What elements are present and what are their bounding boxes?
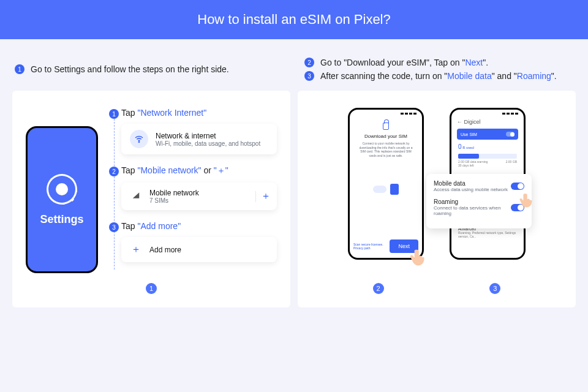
- download-sim-title: Download your SIM: [356, 134, 415, 139]
- popup-mobile-data-row[interactable]: Mobile data Access data using mobile net…: [434, 180, 524, 192]
- data-usage-bar: [458, 154, 517, 159]
- highlight-mobile-data: Mobile data: [447, 71, 491, 81]
- status-bar: [353, 113, 419, 116]
- card-title: Network & internet: [156, 132, 260, 140]
- download-footer-links[interactable]: Scan secure licenses. Privacy path: [353, 243, 390, 250]
- card-network-internet[interactable]: Network & internet Wi-Fi, mobile, data u…: [121, 124, 277, 154]
- page-title: How to install an eSIM on Pixel?: [197, 12, 391, 28]
- mobile-data-roaming-popup: Mobile data Access data using mobile net…: [426, 174, 532, 228]
- card-title: Add more: [149, 246, 181, 254]
- advanced-sub: Roaming, Preferred network type, Setting…: [458, 231, 517, 238]
- intro-step-1-text: Go to Settings and follow the steps on t…: [31, 64, 229, 74]
- step-number-badge: 1: [15, 64, 24, 74]
- intro-step-3: 3 After scanning the code, turn on "Mobi…: [304, 71, 576, 81]
- popup-roaming-row[interactable]: Roaming Connect to data services when ro…: [434, 198, 524, 216]
- step-text: Tap "Mobile network" or "＋": [121, 165, 228, 176]
- data-used-label: B used: [462, 146, 474, 149]
- step-number-badge: 2: [109, 167, 119, 176]
- txt: ".: [551, 71, 557, 81]
- intro-section: 1 Go to Settings and follow the steps on…: [0, 39, 588, 91]
- data-cap-text: 2.00 GB: [506, 160, 517, 164]
- lock-icon: [383, 123, 389, 130]
- card-subtitle: Wi-Fi, mobile, data usage, and hotspot: [156, 140, 260, 147]
- panel-settings: Settings 1 Tap "Network Internet" Networ…: [12, 91, 290, 307]
- data-used-value: 0: [458, 143, 462, 150]
- phone-download-sim: Download your SIM Connect to your mobile…: [348, 108, 424, 260]
- popup-mobile-data-label: Mobile data: [434, 180, 508, 187]
- txt: ".: [483, 58, 488, 67]
- pointing-hand-icon: [518, 191, 535, 208]
- add-sim-plus-button[interactable]: ＋: [255, 191, 271, 202]
- txt: Tap: [121, 165, 137, 175]
- pointing-hand-icon: [409, 247, 428, 266]
- intro-right: 2 Go to "Download your eSIM", Tap on "Ne…: [304, 54, 576, 85]
- step-number-badge: 2: [304, 58, 314, 67]
- step-number-badge: 3: [109, 222, 119, 232]
- step-hl: "Mobile network": [137, 165, 201, 175]
- steps-column: 1 Tap "Network Internet" Network & inter…: [110, 108, 277, 273]
- txt: " and ": [492, 71, 517, 81]
- highlight-next: Next: [465, 58, 483, 67]
- mobile-data-switch[interactable]: [511, 183, 524, 190]
- popup-roaming-label: Roaming: [434, 198, 511, 205]
- txt: After scanning the code, turn on ": [320, 71, 447, 81]
- card-add-more[interactable]: ＋ Add more: [121, 237, 277, 262]
- txt: Go to "Download your eSIM", Tap on ": [320, 58, 465, 67]
- phone-settings: Settings: [26, 126, 98, 273]
- data-days-left: 30 days left: [458, 164, 474, 167]
- panels: Settings 1 Tap "Network Internet" Networ…: [0, 91, 588, 320]
- download-sim-desc: Connect to your mobile network by downlo…: [356, 141, 415, 157]
- panel-number-badge: 3: [489, 283, 500, 294]
- intro-step-2-text: Go to "Download your eSIM", Tap on "Next…: [320, 58, 488, 67]
- svg-point-0: [138, 141, 139, 142]
- cloud-icon: [373, 186, 386, 193]
- use-sim-toggle[interactable]: [506, 132, 514, 137]
- phone-settings-label: Settings: [40, 213, 83, 226]
- step-network-internet: 1 Tap "Network Internet" Network & inter…: [110, 108, 277, 154]
- step-number-badge: 3: [304, 71, 314, 81]
- highlight-roaming: Roaming: [517, 71, 551, 81]
- plus-icon: ＋: [130, 243, 142, 256]
- txt: or: [202, 165, 214, 175]
- intro-left: 1 Go to Settings and follow the steps on…: [15, 54, 286, 85]
- card-mobile-network[interactable]: Mobile network 7 SIMs ＋: [121, 183, 277, 210]
- signal-icon: [130, 191, 142, 202]
- use-sim-label: Use SIM: [461, 132, 477, 137]
- panel-download-roaming: Download your SIM Connect to your mobile…: [298, 91, 576, 307]
- card-title: Mobile network: [149, 189, 199, 197]
- txt: Tap: [121, 108, 137, 118]
- step-hl2: "＋": [214, 165, 228, 175]
- popup-roaming-sub: Connect to data services when roaming: [434, 205, 511, 216]
- card-subtitle: 7 SIMs: [149, 197, 199, 204]
- step-text: Tap "Add more": [121, 221, 181, 231]
- intro-step-1: 1 Go to Settings and follow the steps on…: [15, 64, 229, 74]
- phone-carrier-wrapper: ← Digicel Use SIM 0 B used 2.00 GB data …: [450, 108, 526, 273]
- step-add-more: 3 Tap "Add more" ＋ Add more: [110, 221, 277, 262]
- download-illustration: [356, 171, 415, 208]
- step-hl: "Add more": [137, 221, 181, 231]
- panel-number-badge: 1: [146, 283, 157, 294]
- popup-mobile-data-sub: Access data using mobile network: [434, 187, 508, 192]
- step-hl: "Network Internet": [137, 108, 206, 118]
- wifi-icon: [130, 130, 148, 148]
- carrier-back-row[interactable]: ← Digicel: [454, 116, 521, 126]
- txt: Tap: [121, 221, 137, 231]
- intro-step-3-text: After scanning the code, turn on "Mobile…: [320, 71, 557, 81]
- use-sim-row[interactable]: Use SIM: [457, 129, 518, 140]
- panel-number-badge: 2: [373, 283, 384, 294]
- step-text: Tap "Network Internet": [121, 108, 206, 118]
- step-number-badge: 1: [109, 109, 119, 119]
- sim-chip-icon: [390, 184, 399, 195]
- settings-gear-icon: [47, 174, 77, 205]
- page-header: How to install an eSIM on Pixel?: [0, 0, 588, 39]
- step-mobile-network: 2 Tap "Mobile network" or "＋" Mobile net…: [110, 165, 277, 210]
- intro-step-2: 2 Go to "Download your eSIM", Tap on "Ne…: [304, 58, 576, 67]
